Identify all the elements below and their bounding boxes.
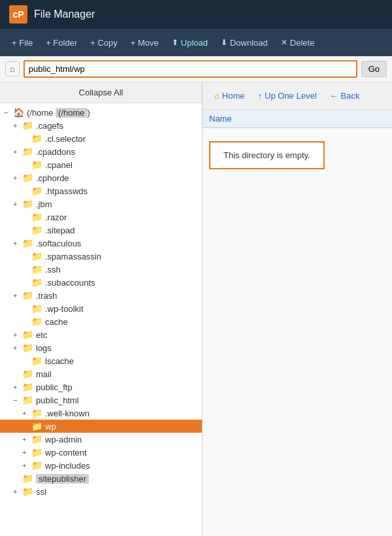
right-panel: ⌂ Home ↑ Up One Level ← Back Name This d… xyxy=(203,82,392,536)
tree-label-subaccounts: .subaccounts xyxy=(45,278,95,288)
folder-icon-logs: 📁 xyxy=(22,343,33,353)
home-folder-icon: 🏠 xyxy=(13,107,24,118)
tree-item-trash[interactable]: + 📁 .trash xyxy=(0,289,202,302)
expand-icon-cagefs: + xyxy=(13,122,22,129)
page-title: File Manager xyxy=(34,8,95,20)
expand-icon-public-ftp: + xyxy=(13,383,22,391)
tree-label-cagefs: .cagefs xyxy=(36,121,63,131)
tree-label-jbm: .jbm xyxy=(36,199,52,209)
tree-label-ssl: ssl xyxy=(36,487,46,497)
expand-icon-etc: + xyxy=(13,331,22,339)
file-button[interactable]: + File xyxy=(7,35,38,50)
expand-icon-logs: + xyxy=(13,344,22,352)
move-button[interactable]: + Move xyxy=(125,35,164,50)
folder-icon-subaccounts: 📁 xyxy=(31,277,42,288)
folder-icon-mail: 📁 xyxy=(22,369,33,379)
tree-item-spamassassin[interactable]: 📁 .spamassassin xyxy=(0,250,202,263)
tree-item-cpaddons[interactable]: + 📁 .cpaddons xyxy=(0,145,202,158)
tree-item-subaccounts[interactable]: 📁 .subaccounts xyxy=(0,276,202,289)
folder-icon-public-html: 📁 xyxy=(22,395,33,405)
up-one-level-label: Up One Level xyxy=(265,91,317,101)
up-icon: ↑ xyxy=(258,91,263,101)
address-bar: ⌂ Go xyxy=(0,56,392,82)
tree-item-cl-selector[interactable]: 📁 .cl.selector xyxy=(0,132,202,145)
folder-icon-cphorde: 📁 xyxy=(22,173,33,183)
tree-label-softaculous: .softaculous xyxy=(36,239,81,248)
tree-label-logs: logs xyxy=(36,343,52,353)
tree-item-lscache[interactable]: 📁 lscache xyxy=(0,354,202,367)
empty-directory-message: This directory is empty. xyxy=(209,141,325,169)
tree-item-logs[interactable]: + 📁 logs xyxy=(0,341,202,354)
folder-button[interactable]: + Folder xyxy=(41,35,82,50)
tree-label-trash: .trash xyxy=(36,291,57,301)
tree-label-cpaddons: .cpaddons xyxy=(36,147,75,157)
expand-icon-ssl: + xyxy=(13,488,22,495)
folder-icon-cache: 📁 xyxy=(31,316,42,327)
tree-item-home[interactable]: − 🏠 (/home (/home) xyxy=(0,106,202,119)
tree-item-ssl[interactable]: + 📁 ssl xyxy=(0,485,202,498)
home-btn-label: Home xyxy=(222,91,245,101)
tree-label-wp-toolkit: .wp-toolkit xyxy=(45,304,84,314)
tree-label-cphorde: .cphorde xyxy=(36,173,69,183)
address-input[interactable] xyxy=(24,60,357,78)
folder-icon-lscache: 📁 xyxy=(31,356,42,366)
tree-item-public-html[interactable]: − 📁 public_html xyxy=(0,394,202,407)
download-button[interactable]: ⬇ Download xyxy=(216,35,273,50)
tree-item-etc[interactable]: + 📁 etc xyxy=(0,328,202,341)
tree-item-sitepublisher[interactable]: 📁 sitepublisher xyxy=(0,472,202,485)
folder-icon-wp-includes: 📁 xyxy=(31,460,42,471)
tree-item-wp[interactable]: 📁 wp xyxy=(0,420,202,433)
tree-item-wp-admin[interactable]: + 📁 wp-admin xyxy=(0,433,202,446)
tree-item-jbm[interactable]: + 📁 .jbm xyxy=(0,197,202,210)
tree-item-wp-content[interactable]: + 📁 wp-content xyxy=(0,446,202,459)
back-button[interactable]: ← Back xyxy=(325,88,365,103)
tree-item-cagefs[interactable]: + 📁 .cagefs xyxy=(0,119,202,132)
folder-icon-wp-admin: 📁 xyxy=(31,434,42,444)
tree-label-wp: wp xyxy=(45,422,56,431)
expand-icon-well-known: + xyxy=(22,409,31,417)
home-icon-btn[interactable]: ⌂ xyxy=(5,61,20,76)
tree-label-htpasswds: .htpasswds xyxy=(45,186,88,196)
file-tree: − 🏠 (/home (/home) + 📁 .cagefs 📁 .cl.sel… xyxy=(0,103,202,501)
copy-button[interactable]: + Copy xyxy=(85,35,123,50)
tree-item-sitepad[interactable]: 📁 .sitepad xyxy=(0,224,202,237)
tree-item-wp-includes[interactable]: + 📁 wp-includes xyxy=(0,459,202,472)
tree-item-well-known[interactable]: + 📁 .well-known xyxy=(0,407,202,420)
back-label: Back xyxy=(341,91,360,101)
tree-label-sitepublisher: sitepublisher xyxy=(36,474,89,484)
tree-label-ssh: .ssh xyxy=(45,265,61,275)
tree-item-htpasswds[interactable]: 📁 .htpasswds xyxy=(0,184,202,197)
expand-icon-wp-includes: + xyxy=(22,461,31,469)
tree-item-cphorde[interactable]: + 📁 .cphorde xyxy=(0,171,202,184)
tree-label-cache: cache xyxy=(45,317,68,327)
tree-item-razor[interactable]: 📁 .razor xyxy=(0,210,202,224)
go-button[interactable]: Go xyxy=(361,61,387,77)
title-bar: cP File Manager xyxy=(0,0,392,29)
folder-icon-wp: 📁 xyxy=(31,421,42,431)
delete-button[interactable]: ✕ Delete xyxy=(276,35,320,50)
tree-label-sitepad: .sitepad xyxy=(45,226,75,235)
home-button[interactable]: ⌂ Home xyxy=(209,88,250,103)
folder-icon-wp-content: 📁 xyxy=(31,447,42,458)
folder-icon-cl-selector: 📁 xyxy=(31,133,42,144)
back-icon: ← xyxy=(330,91,338,101)
upload-button[interactable]: ⬆ Upload xyxy=(167,35,213,50)
tree-item-cpanel[interactable]: 📁 .cpanel xyxy=(0,158,202,171)
folder-icon-etc: 📁 xyxy=(22,329,33,340)
folder-icon-sitepublisher: 📁 xyxy=(22,473,33,484)
tree-item-mail[interactable]: 📁 mail xyxy=(0,367,202,380)
tree-item-cache[interactable]: 📁 cache xyxy=(0,315,202,328)
folder-icon-sitepad: 📁 xyxy=(31,225,42,235)
tree-label-wp-includes: wp-includes xyxy=(45,461,90,471)
folder-icon-ssl: 📁 xyxy=(22,486,33,497)
tree-label-wp-content: wp-content xyxy=(45,448,87,458)
folder-icon-htpasswds: 📁 xyxy=(31,186,42,196)
tree-item-ssh[interactable]: 📁 .ssh xyxy=(0,263,202,276)
tree-label-public-ftp: public_ftp xyxy=(36,382,73,392)
tree-item-wp-toolkit[interactable]: 📁 .wp-toolkit xyxy=(0,302,202,315)
tree-item-softaculous[interactable]: + 📁 .softaculous xyxy=(0,237,202,250)
tree-item-public-ftp[interactable]: + 📁 public_ftp xyxy=(0,380,202,394)
collapse-all-button[interactable]: Collapse All xyxy=(0,82,202,103)
up-one-level-button[interactable]: ↑ Up One Level xyxy=(253,88,322,103)
left-panel: Collapse All − 🏠 (/home (/home) + 📁 .cag… xyxy=(0,82,203,536)
